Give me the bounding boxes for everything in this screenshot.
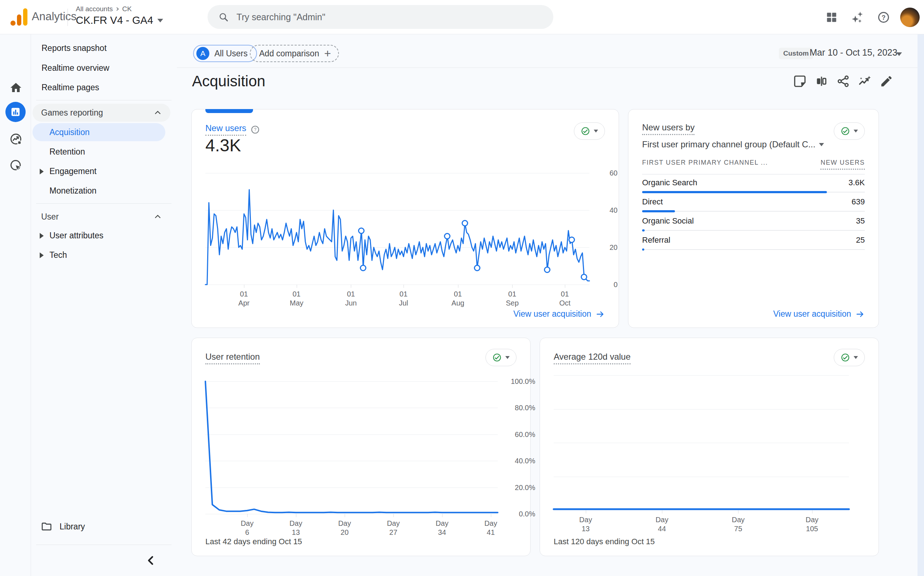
chevron-up-icon [154, 109, 162, 117]
channel-bar [642, 229, 645, 232]
segment-chip-all-users[interactable]: A All Users [193, 45, 257, 62]
sidebar-item-realtime-overview[interactable]: Realtime overview [41, 63, 109, 73]
channel-bar-track [642, 191, 865, 193]
svg-text:?: ? [882, 14, 886, 21]
dimension-selector[interactable]: First user primary channel group (Defaul… [642, 139, 865, 149]
search-icon [219, 11, 228, 22]
advertising-icon[interactable] [10, 159, 22, 172]
sidebar-section-user[interactable]: User [32, 208, 170, 226]
insights-icon[interactable] [858, 74, 872, 88]
edit-pencil-icon[interactable] [879, 74, 893, 88]
card-footnote: Last 42 days ending Oct 15 [205, 537, 302, 546]
sidebar-divider [36, 100, 171, 101]
sidebar-item-reports-snapshot[interactable]: Reports snapshot [41, 43, 107, 53]
arrow-right-icon [855, 309, 865, 319]
search-bar[interactable] [207, 5, 553, 29]
data-quality-button[interactable] [485, 349, 517, 366]
chevron-right-icon [115, 6, 120, 11]
product-name: Analytics [32, 10, 77, 23]
sidebar-item-realtime-pages[interactable]: Realtime pages [41, 83, 99, 93]
ab-compare-icon[interactable] [815, 74, 828, 88]
expand-triangle-icon[interactable] [40, 169, 44, 174]
user-retention-card: User retention 100.0%80.0%60.0%40.0%20.0… [191, 338, 531, 556]
trend-line-chart[interactable] [205, 163, 589, 285]
avg-120d-line-chart[interactable] [554, 375, 849, 510]
green-check-icon [841, 126, 850, 136]
green-check-icon [581, 126, 590, 136]
y-axis-labels: 100.0%80.0%60.0%40.0%20.0%0.0% [504, 381, 535, 514]
sidebar-item-acquisition-label[interactable]: Acquisition [49, 128, 89, 137]
sidebar-item-retention[interactable]: Retention [49, 147, 85, 157]
table-header: FIRST USER PRIMARY CHANNEL ... NEW USERS [642, 159, 865, 174]
left-rail [0, 34, 31, 576]
explore-icon[interactable] [10, 133, 22, 146]
green-check-icon [841, 353, 850, 362]
metric-title[interactable]: New users [205, 123, 246, 136]
chevron-down-icon[interactable] [896, 52, 902, 56]
sidebar-item-user-attributes[interactable]: User attributes [49, 231, 104, 240]
help-icon[interactable]: ? [875, 9, 892, 26]
data-quality-button[interactable] [574, 122, 605, 140]
card-title[interactable]: Average 120d value [554, 352, 630, 364]
new-users-trend-card: New users ? 4.3K 6040200 01Apr01May01Jun… [191, 109, 619, 328]
add-comparison-button[interactable]: Add comparison + [250, 45, 339, 62]
channel-row: Referral 25 [642, 232, 865, 251]
date-range-picker[interactable]: Mar 10 - Oct 15, 2023 [809, 47, 897, 58]
anomaly-marker [360, 265, 366, 271]
retention-line-chart[interactable] [205, 381, 498, 514]
notes-icon[interactable] [793, 74, 807, 88]
view-user-acquisition-link[interactable]: View user acquisition [513, 309, 605, 319]
card-title[interactable]: User retention [205, 352, 260, 364]
view-user-acquisition-link[interactable]: View user acquisition [773, 309, 865, 319]
anomaly-marker [544, 267, 551, 273]
expand-triangle-icon[interactable] [40, 253, 44, 258]
new-users-by-channel-card: New users by First user primary channel … [628, 109, 879, 328]
anomaly-marker [444, 233, 450, 239]
sidebar-section-games-reporting[interactable]: Games reporting [32, 104, 170, 122]
anomaly-marker [581, 274, 587, 280]
date-range-type-badge[interactable]: Custom [779, 48, 813, 59]
y-axis-labels: 6040200 [597, 163, 618, 285]
anomaly-marker [358, 227, 365, 234]
scrollbar[interactable] [918, 34, 924, 576]
analytics-logo-icon[interactable] [10, 8, 28, 26]
anomaly-marker [568, 237, 575, 243]
column-header-dimension: FIRST USER PRIMARY CHANNEL ... [642, 159, 768, 170]
data-quality-button[interactable] [834, 349, 865, 366]
sidebar-item-library[interactable]: Library [41, 521, 85, 532]
sidebar-item-engagement[interactable]: Engagement [49, 166, 96, 176]
app-header: Analytics All accounts CK CK.FR V4 - GA4 [0, 0, 924, 34]
sidebar-item-monetization[interactable]: Monetization [49, 186, 96, 196]
divider [177, 67, 924, 68]
arrow-right-icon [595, 309, 605, 319]
user-avatar[interactable] [900, 8, 920, 27]
card-footnote: Last 120 days ending Oct 15 [554, 537, 655, 546]
collapse-sidebar-icon[interactable] [144, 553, 158, 568]
channel-row: Organic Social 35 [642, 213, 865, 232]
breadcrumb[interactable]: All accounts CK [76, 5, 132, 13]
channel-row: Direct 639 [642, 194, 865, 212]
sparkle-icon[interactable] [849, 9, 866, 26]
apps-grid-icon[interactable] [823, 9, 840, 26]
share-icon[interactable] [836, 74, 850, 88]
sidebar-item-tech[interactable]: Tech [49, 250, 67, 260]
sidebar-divider [36, 203, 171, 204]
x-axis-labels: Day13Day44Day75Day105 [554, 515, 849, 537]
property-selector[interactable]: CK.FR V4 - GA4 [76, 14, 163, 26]
x-axis-labels: 01Apr01May01Jun01Jul01Aug01Sep01Oct [205, 290, 589, 311]
channel-bar-track [642, 210, 865, 212]
column-header-metric[interactable]: NEW USERS [820, 159, 865, 170]
card-title[interactable]: New users by [642, 122, 694, 135]
segment-avatar: A [196, 47, 209, 60]
expand-triangle-icon[interactable] [40, 233, 44, 239]
chevron-down-icon [819, 143, 824, 146]
home-icon[interactable] [10, 81, 22, 94]
reports-icon[interactable] [5, 102, 26, 122]
chevron-up-icon [154, 213, 162, 221]
channel-bar-track [642, 248, 865, 251]
anomaly-marker [474, 265, 480, 271]
help-tooltip-icon[interactable]: ? [251, 125, 260, 134]
channel-bar [642, 248, 644, 251]
data-quality-button[interactable] [834, 122, 865, 140]
search-input[interactable] [236, 12, 543, 22]
